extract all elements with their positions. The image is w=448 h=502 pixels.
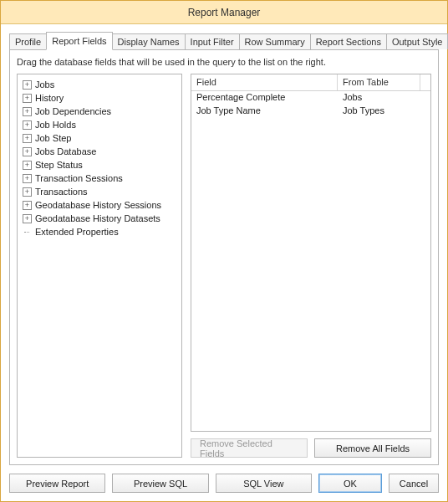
preview-sql-button[interactable]: Preview SQL	[112, 474, 208, 493]
tree-item-history[interactable]: +History	[19, 91, 180, 105]
window-title: Report Manager	[188, 7, 261, 18]
tab-output-style[interactable]: Output Style	[386, 33, 448, 49]
list-body: Percentage Complete Jobs Job Type Name J…	[191, 91, 430, 431]
remove-all-fields-button[interactable]: Remove All Fields	[314, 438, 431, 458]
list-row[interactable]: Percentage Complete Jobs	[191, 91, 430, 105]
list-header: Field From Table	[191, 74, 430, 91]
report-manager-window: Report Manager Profile Report Fields Dis…	[0, 0, 448, 502]
leaf-icon	[23, 228, 32, 237]
tree-item-job-step[interactable]: +Job Step	[19, 131, 180, 145]
list-row[interactable]: Job Type Name Job Types	[191, 105, 430, 118]
split-container: +Jobs +History +Job Dependencies +Job Ho…	[17, 74, 431, 458]
expand-icon[interactable]: +	[23, 201, 32, 210]
remove-selected-fields-button: Remove Selected Fields	[191, 438, 308, 458]
cancel-button[interactable]: Cancel	[389, 474, 439, 493]
tab-profile[interactable]: Profile	[9, 33, 47, 49]
tab-display-names[interactable]: Display Names	[112, 33, 186, 49]
tree-item-job-holds[interactable]: +Job Holds	[19, 118, 180, 131]
expand-icon[interactable]: +	[23, 161, 32, 170]
database-fields-tree[interactable]: +Jobs +History +Job Dependencies +Job Ho…	[17, 74, 182, 458]
expand-icon[interactable]: +	[23, 107, 32, 116]
instruction-text: Drag the database fields that will be us…	[17, 57, 431, 67]
expand-icon[interactable]: +	[23, 147, 32, 156]
tree-item-job-dependencies[interactable]: +Job Dependencies	[19, 105, 180, 118]
dialog-buttons-row: Preview Report Preview SQL SQL View OK C…	[9, 474, 439, 493]
expand-icon[interactable]: +	[23, 80, 32, 90]
expand-icon[interactable]: +	[23, 187, 32, 197]
tree-item-geodatabase-history-sessions[interactable]: +Geodatabase History Sessions	[19, 198, 180, 212]
cell-from-table: Jobs	[338, 91, 430, 105]
column-header-from-table[interactable]: From Table	[338, 74, 420, 90]
expand-icon[interactable]: +	[23, 174, 32, 183]
titlebar: Report Manager	[1, 1, 447, 24]
tree-item-step-status[interactable]: +Step Status	[19, 158, 180, 172]
tree-item-geodatabase-history-datasets[interactable]: +Geodatabase History Datasets	[19, 212, 180, 225]
column-header-field[interactable]: Field	[191, 74, 338, 90]
tree-item-transaction-sessions[interactable]: +Transaction Sessions	[19, 172, 180, 185]
selected-fields-column: Field From Table Percentage Complete Job…	[191, 74, 431, 458]
tab-input-filter[interactable]: Input Filter	[185, 33, 240, 49]
column-header-spacer	[420, 74, 430, 90]
tabstrip: Profile Report Fields Display Names Inpu…	[9, 31, 439, 49]
tree-item-extended-properties[interactable]: Extended Properties	[19, 225, 180, 238]
tab-row-summary[interactable]: Row Summary	[239, 33, 311, 49]
tab-report-fields[interactable]: Report Fields	[46, 32, 112, 50]
expand-icon[interactable]: +	[23, 94, 32, 103]
expand-icon[interactable]: +	[23, 134, 32, 143]
cell-field: Job Type Name	[191, 105, 338, 118]
ok-button[interactable]: OK	[318, 474, 382, 493]
tree-item-jobs[interactable]: +Jobs	[19, 78, 180, 91]
sql-view-button[interactable]: SQL View	[216, 474, 312, 493]
selected-fields-list[interactable]: Field From Table Percentage Complete Job…	[191, 74, 431, 432]
tree-item-jobs-database[interactable]: +Jobs Database	[19, 145, 180, 158]
client-area: Profile Report Fields Display Names Inpu…	[1, 24, 447, 501]
expand-icon[interactable]: +	[23, 120, 32, 130]
preview-report-button[interactable]: Preview Report	[9, 474, 105, 493]
tab-panel-report-fields: Drag the database fields that will be us…	[9, 49, 439, 465]
remove-buttons-row: Remove Selected Fields Remove All Fields	[191, 438, 431, 458]
cell-from-table: Job Types	[338, 105, 430, 118]
expand-icon[interactable]: +	[23, 214, 32, 223]
tree-item-transactions[interactable]: +Transactions	[19, 185, 180, 198]
tab-report-sections[interactable]: Report Sections	[310, 33, 387, 49]
cell-field: Percentage Complete	[191, 91, 338, 105]
